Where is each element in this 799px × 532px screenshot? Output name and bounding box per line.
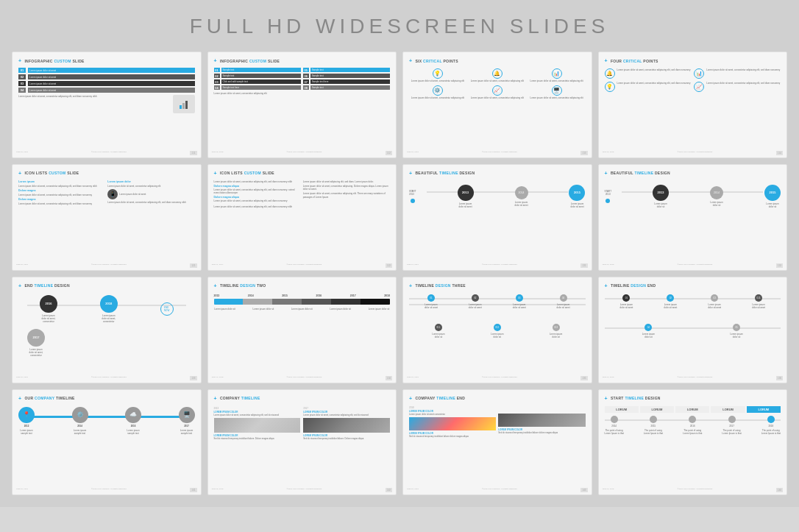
slide-14-footer: June 25, 2018 ©2018 Your Company. All Ri… <box>208 488 397 492</box>
slide-6-title: + ICON LISTS CUSTOM SLIDE <box>214 171 391 176</box>
slide-2-footer: June 25, 2018 ©2018 Your Company. All Ri… <box>208 151 397 155</box>
slide-9-content: 2016 Lorem ipsumdolor sit amet,consectet… <box>18 291 195 375</box>
slide-8[interactable]: + BEAUTIFUL TIMELINE DESIGN START2013 20… <box>598 164 788 271</box>
slide-16-footer: June 23, 2018 ©2018 Your Company. All Ri… <box>599 488 787 492</box>
title-marker: + <box>18 58 21 63</box>
slide-3-footer: June 25, 2018 ©2018 Your Company. All Ri… <box>403 151 592 155</box>
slide-12-footer: June 23, 2018 ©2018 Your Company. All Ri… <box>599 376 787 380</box>
slide-5-footer: June 25, 2018 ©2018 Your Company. All Ri… <box>13 263 201 268</box>
slide-3[interactable]: + SIX CRITICAL POINTS 💡 Lorem ipsum dolo… <box>402 52 592 158</box>
slide-10-content: 2013 2014 2015 2016 2017 2018 <box>214 291 391 375</box>
slide-16-title: + START TIMELINE DESIGN <box>605 396 781 401</box>
slide-5-content: Lorem ipsum Lorem ipsum dolor sit amet, … <box>18 179 195 262</box>
slide-7-content: START2013 2013 Lorem ipsumdolor sit amet… <box>409 179 586 262</box>
slide-4-content: 🔔 Lorem ipsum dolor sit amet, consectetu… <box>605 66 781 149</box>
slide-10-footer: June 13, 2018 ©2018 Your Company. All Ri… <box>208 376 397 380</box>
slide-7-footer: June 12, 2012 ©2018 Your Company. All Ri… <box>403 263 592 268</box>
infographic-rows: 01 Lorem ipsum dolor sit amet 02 Lorem i… <box>18 68 195 93</box>
slide-14-content: 2013 LOREM IPSUM COLOR Lorem ipsum dolor… <box>214 404 391 487</box>
slide-4-footer: June 25, 2018 ©2018 Your Company. All Ri… <box>599 151 787 155</box>
slide-4[interactable]: + FOUR CRITICAL POINTS 🔔 Lorem ipsum dol… <box>598 52 788 158</box>
slide-1[interactable]: + INFOGRAPHIC CUSTOM SLIDE 01 Lorem ipsu… <box>12 52 202 158</box>
slide-10-title: + TIMELINE DESIGN TWO <box>214 283 391 288</box>
slide-1-content: 01 Lorem ipsum dolor sit amet 02 Lorem i… <box>18 66 195 149</box>
slide-11-title: + TIMELINE DESIGN THREE <box>409 283 586 288</box>
slide-15[interactable]: + COMPANY TIMELINE END 2018 LOREM IPSUM … <box>402 389 592 496</box>
slide-1-title: + INFOGRAPHIC CUSTOM SLIDE <box>18 58 195 63</box>
slide-10[interactable]: + TIMELINE DESIGN TWO 2013 2014 2015 201… <box>207 277 397 383</box>
info-row-2: 02 Lorem ipsum dolor sit amet <box>18 74 195 79</box>
slide-9-footer: June 25, 2018 ©2018 Your Company. All Ri… <box>13 376 201 380</box>
slide-5-title: + ICON LISTS CUSTOM SLIDE <box>18 171 195 176</box>
slide-13-content: 📍 2012 Lorem ipsumsample text ⚙️ 2014 Lo… <box>18 404 195 487</box>
info-row-3: 03 Lorem ipsum dolor sit amet <box>18 81 195 86</box>
slide-13-footer: June 25, 2018 ©2018 Your Company. All Ri… <box>13 488 201 492</box>
slide-14-title: + COMPANY TIMELINE <box>214 396 391 401</box>
svg-rect-2 <box>185 101 188 109</box>
slide-6[interactable]: + ICON LISTS CUSTOM SLIDE Lorem ipsum do… <box>207 164 397 271</box>
slide-3-title: + SIX CRITICAL POINTS <box>409 58 586 63</box>
slide-16[interactable]: + START TIMELINE DESIGN LORUM LORUM LORU… <box>598 389 788 496</box>
slide-6-footer: June 11, 2017 ©2018 Your Company. All Ri… <box>208 263 397 268</box>
slide-2-content: 01 Sample text 02 Sample text 03 Click a… <box>214 66 391 149</box>
page-title: FULL HD WIDESCREEN SLIDES <box>12 15 787 38</box>
slide-2[interactable]: + INFOGRAPHIC CUSTOM SLIDE 01 Sample tex… <box>207 52 397 158</box>
slide-9[interactable]: + END TIMELINE DESIGN 2016 Lorem ipsumdo… <box>12 277 202 383</box>
slide-8-content: START2013 2013 Lorem ipsumdolor sit 2014… <box>605 179 781 262</box>
slide-1-footer: June 25, 2018 ©2018 Your Company. All Ri… <box>13 151 201 155</box>
slide-13-title: + OUR COMPANY TIMELINE <box>18 396 195 401</box>
info-row-1: 01 Lorem ipsum dolor sit amet <box>18 68 195 73</box>
svg-rect-1 <box>182 103 185 109</box>
slide-11-content: 01 Lorem ipsumdolor sit amet 02 Lorem ip… <box>409 291 586 375</box>
slide-7-title: + BEAUTIFUL TIMELINE DESIGN <box>409 171 586 176</box>
slide-8-title: + BEAUTIFUL TIMELINE DESIGN <box>605 171 781 176</box>
slide-16-content: LORUM LORUM LORUM LORUM LORUM 2014 The p <box>605 404 781 487</box>
info-row-4: 04 Lorem ipsum dolor sit amet <box>18 88 195 93</box>
slide-13[interactable]: + OUR COMPANY TIMELINE 📍 2012 Lorem ipsu… <box>12 389 202 496</box>
slide-5[interactable]: + ICON LISTS CUSTOM SLIDE Lorem ipsum Lo… <box>12 164 202 271</box>
slides-grid: + INFOGRAPHIC CUSTOM SLIDE 01 Lorem ipsu… <box>12 52 787 495</box>
slide-11-footer: June 20, 2018 ©2018 Your Company. All Ri… <box>403 376 592 380</box>
slide-2-title: + INFOGRAPHIC CUSTOM SLIDE <box>214 58 391 63</box>
slide-14[interactable]: + COMPANY TIMELINE 2013 LOREM IPSUM COLO… <box>207 389 397 496</box>
slide-11[interactable]: + TIMELINE DESIGN THREE 01 Lorem ipsumdo… <box>402 277 592 383</box>
slide-4-title: + FOUR CRITICAL POINTS <box>605 58 781 63</box>
slide-12-content: 01 Lorem ipsumdolor sit amet 02 Lorem ip… <box>605 291 781 375</box>
slide-9-title: + END TIMELINE DESIGN <box>18 283 195 288</box>
slide-6-content: Lorem ipsum dolor sit amet, consectetur … <box>214 179 391 262</box>
svg-rect-0 <box>180 105 182 109</box>
slide-15-content: 2018 LOREM IPSUM COLOR Lorem ipsum dolor… <box>409 404 586 487</box>
slide-15-footer: June 25, 2018 ©2018 Your Company. All Ri… <box>403 488 592 492</box>
slide-12-title: + TIMELINE DESIGN END <box>605 283 781 288</box>
slide-12[interactable]: + TIMELINE DESIGN END 01 Lorem ipsumdolo… <box>598 277 788 383</box>
slide-7[interactable]: + BEAUTIFUL TIMELINE DESIGN START2013 20… <box>402 164 592 271</box>
page-wrapper: FULL HD WIDESCREEN SLIDES + INFOGRAPHIC … <box>0 0 799 507</box>
slide-15-title: + COMPANY TIMELINE END <box>409 396 586 401</box>
slide-3-content: 💡 Lorem ipsum dolor sit amet, consectetu… <box>409 66 586 149</box>
slide-8-footer: June 23, 2018 ©2018 Your Company. All Ri… <box>599 263 787 268</box>
